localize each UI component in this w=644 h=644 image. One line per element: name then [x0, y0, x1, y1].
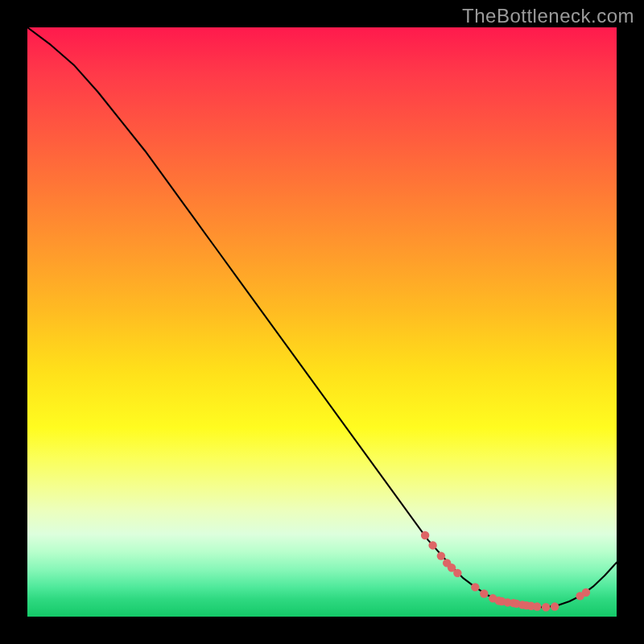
highlight-markers — [421, 531, 590, 612]
highlight-dot — [428, 541, 436, 549]
highlight-dot — [480, 589, 488, 597]
watermark-text: TheBottleneck.com — [462, 5, 634, 27]
chart-frame: TheBottleneck.com — [0, 0, 644, 644]
highlight-dot — [437, 551, 445, 559]
plot-area — [27, 27, 617, 617]
curve-layer — [27, 27, 617, 617]
highlight-dot — [453, 569, 461, 577]
highlight-dot — [533, 602, 541, 610]
highlight-dot — [471, 583, 479, 591]
highlight-dot — [542, 603, 550, 611]
highlight-dot — [582, 588, 590, 597]
bottleneck-curve-path — [27, 27, 617, 607]
highlight-dot — [551, 602, 559, 610]
highlight-dot — [421, 531, 429, 539]
